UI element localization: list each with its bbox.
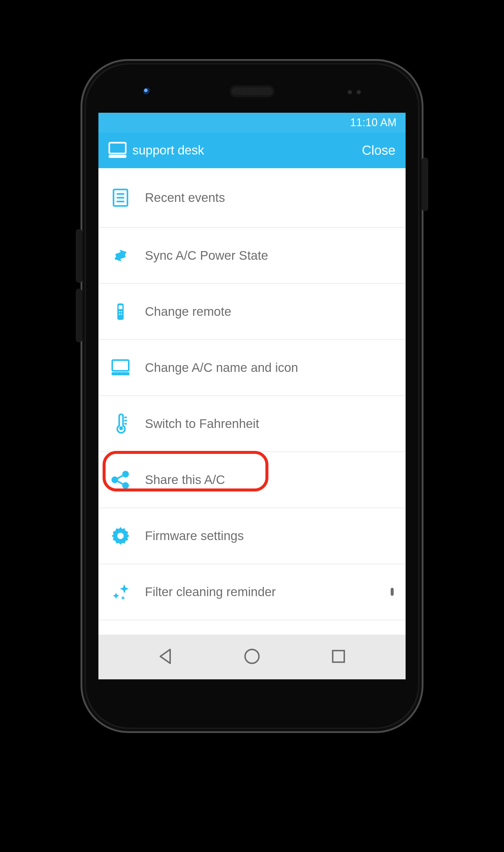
screen: 11:10 AM support desk Close (98, 113, 406, 679)
sync-icon (110, 246, 131, 266)
svg-point-14 (119, 427, 123, 430)
svg-rect-25 (333, 651, 344, 662)
filter-reminder-checkbox[interactable] (391, 589, 394, 595)
status-bar: 11:10 AM (98, 113, 406, 132)
svg-point-11 (121, 313, 122, 314)
proximity-sensors (348, 90, 361, 94)
svg-line-22 (116, 481, 124, 485)
svg-point-10 (119, 313, 120, 314)
menu-item-filter-reminder[interactable]: Filter cleaning reminder (98, 564, 406, 620)
svg-point-24 (245, 650, 259, 664)
nav-recents-button[interactable] (329, 647, 348, 667)
volume-down-button[interactable] (76, 289, 82, 342)
svg-rect-0 (109, 143, 126, 153)
svg-point-9 (121, 311, 122, 312)
front-camera (143, 88, 151, 95)
svg-line-21 (116, 475, 124, 479)
menu-item-label: Switch to Fahrenheit (145, 417, 259, 431)
menu-item-switch-units[interactable]: Switch to Fahrenheit (98, 396, 406, 452)
nav-home-button[interactable] (243, 647, 261, 667)
settings-menu: Recent events Sync A/C Power State (98, 168, 406, 620)
menu-item-label: Firmware settings (145, 529, 244, 543)
svg-rect-12 (112, 360, 128, 371)
power-button[interactable] (422, 158, 428, 211)
menu-item-sync-power[interactable]: Sync A/C Power State (98, 228, 406, 284)
earpiece-speaker (230, 85, 274, 97)
share-icon (110, 470, 131, 490)
menu-item-change-name[interactable]: Change A/C name and icon (98, 340, 406, 396)
menu-item-firmware[interactable]: Firmware settings (98, 508, 406, 564)
thermometer-icon (110, 414, 131, 434)
list-icon (110, 187, 131, 208)
clock: 11:10 AM (350, 116, 397, 129)
menu-item-label: Share this A/C (145, 473, 225, 487)
svg-rect-1 (109, 155, 126, 158)
menu-item-recent-events[interactable]: Recent events (98, 168, 406, 228)
svg-point-23 (117, 532, 124, 539)
android-nav-bar (98, 635, 406, 679)
stage: 11:10 AM support desk Close (0, 0, 504, 852)
gear-icon (110, 526, 131, 546)
menu-item-label: Sync A/C Power State (145, 249, 268, 263)
desktop-icon (110, 358, 131, 378)
desktop-icon (107, 140, 128, 160)
menu-item-label: Recent events (145, 191, 225, 205)
nav-back-button[interactable] (156, 647, 175, 667)
remote-icon (110, 302, 131, 322)
menu-item-change-remote[interactable]: Change remote (98, 284, 406, 340)
close-button[interactable]: Close (359, 140, 399, 161)
app-bar: support desk Close (98, 132, 406, 168)
menu-item-share-ac[interactable]: Share this A/C (98, 452, 406, 508)
svg-rect-7 (119, 305, 123, 309)
menu-item-label: Change remote (145, 305, 231, 319)
sparkle-icon (110, 582, 131, 602)
menu-item-label: Filter cleaning reminder (145, 585, 276, 599)
svg-point-8 (119, 311, 120, 312)
phone-frame: 11:10 AM support desk Close (80, 59, 424, 733)
menu-item-label: Change A/C name and icon (145, 361, 298, 375)
svg-rect-13 (111, 372, 129, 376)
volume-up-button[interactable] (76, 229, 82, 283)
app-title: support desk (132, 143, 204, 158)
